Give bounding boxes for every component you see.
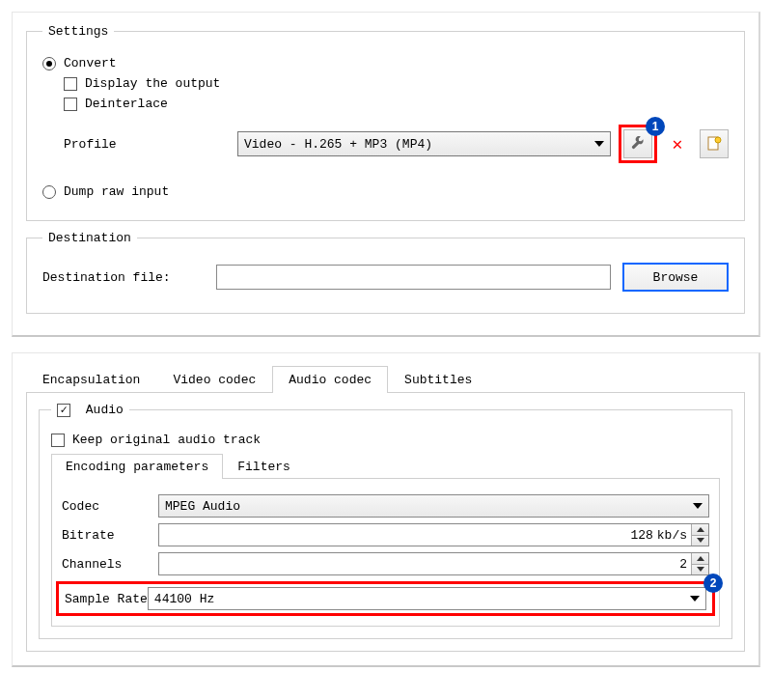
tab-subtitles[interactable]: Subtitles: [388, 366, 488, 393]
annotation-badge-2: 2: [703, 574, 723, 593]
subtab-encoding-params[interactable]: Encoding parameters: [51, 454, 223, 479]
audio-tabpane: Audio Keep original audio track Encoding…: [26, 393, 745, 652]
wrench-icon: [630, 136, 646, 152]
channels-value: 2: [165, 557, 687, 572]
sample-rate-value: 44100 Hz: [154, 592, 214, 606]
spin-down-button[interactable]: [692, 565, 708, 575]
annotation-highlight-1: 1: [619, 125, 657, 163]
sample-rate-label: Sample Rate: [65, 592, 148, 606]
checkbox-audio[interactable]: [57, 404, 70, 417]
deinterlace-label: Deinterlace: [85, 97, 168, 111]
bitrate-spinner[interactable]: 128 kb/s: [158, 523, 709, 546]
tab-audio-codec[interactable]: Audio codec: [272, 366, 388, 393]
destination-file-label: Destination file:: [42, 270, 216, 285]
settings-legend: Settings: [42, 24, 114, 39]
subtab-filters[interactable]: Filters: [223, 454, 305, 479]
bitrate-label: Bitrate: [62, 528, 158, 543]
profile-label: Profile: [64, 137, 237, 152]
keep-original-row[interactable]: Keep original audio track: [51, 433, 720, 447]
convert-label: Convert: [64, 56, 117, 70]
annotation-badge-1: 1: [646, 117, 665, 136]
spin-up-button[interactable]: [692, 524, 708, 536]
convert-panel: Settings Convert Display the output Dein…: [12, 12, 760, 337]
display-output-row[interactable]: Display the output: [64, 76, 729, 91]
channels-label: Channels: [62, 557, 158, 572]
checkbox-deinterlace[interactable]: [64, 98, 77, 111]
profile-editor-panel: Encapsulation Video codec Audio codec Su…: [12, 352, 760, 667]
tab-video-codec[interactable]: Video codec: [156, 366, 272, 393]
dump-raw-label: Dump raw input: [64, 184, 169, 199]
channels-spinner[interactable]: 2: [158, 552, 709, 575]
encoding-params-pane: Codec MPEG Audio Bitrate 128 kb/s: [51, 479, 720, 627]
radio-convert[interactable]: [42, 57, 56, 70]
channels-spin-buttons[interactable]: [691, 553, 708, 574]
new-profile-button[interactable]: [700, 129, 729, 158]
tab-encapsulation[interactable]: Encapsulation: [26, 366, 156, 393]
chevron-down-icon: [693, 503, 703, 509]
browse-button[interactable]: Browse: [622, 263, 729, 292]
spin-up-button[interactable]: [692, 553, 708, 565]
dump-raw-row[interactable]: Dump raw input: [42, 184, 729, 199]
settings-group: Settings Convert Display the output Dein…: [26, 24, 745, 221]
chevron-down-icon: [697, 538, 704, 543]
bitrate-value: 128: [165, 528, 653, 543]
audio-legend-row[interactable]: Audio: [51, 403, 129, 417]
spin-down-button[interactable]: [692, 536, 708, 546]
display-output-label: Display the output: [85, 76, 220, 91]
new-file-icon: [706, 136, 722, 152]
profile-value: Video - H.265 + MP3 (MP4): [244, 137, 432, 152]
bitrate-spin-buttons[interactable]: [691, 524, 708, 546]
channels-row: Channels 2: [62, 552, 709, 575]
sample-rate-select[interactable]: 44100 Hz: [148, 587, 706, 610]
codec-value: MPEG Audio: [165, 499, 240, 514]
audio-legend: Audio: [86, 403, 124, 417]
radio-dump-raw[interactable]: [42, 185, 56, 199]
destination-legend: Destination: [42, 231, 137, 245]
audio-subtabs: Encoding parameters Filters: [51, 453, 720, 479]
checkbox-keep-original[interactable]: [51, 434, 65, 447]
codec-label: Codec: [62, 499, 158, 514]
bitrate-unit: kb/s: [657, 528, 687, 543]
codec-row: Codec MPEG Audio: [62, 494, 709, 518]
chevron-down-icon: [594, 141, 604, 147]
chevron-up-icon: [697, 527, 704, 532]
delete-profile-button[interactable]: ✕: [663, 129, 692, 158]
chevron-down-icon: [697, 567, 704, 572]
convert-radio-row[interactable]: Convert: [42, 56, 729, 70]
destination-file-row: Destination file: Browse: [42, 263, 729, 292]
checkbox-display-output[interactable]: [64, 77, 77, 91]
chevron-up-icon: [697, 556, 704, 561]
keep-original-label: Keep original audio track: [72, 433, 261, 447]
close-icon: ✕: [673, 133, 683, 154]
profile-tabs: Encapsulation Video codec Audio codec Su…: [26, 365, 745, 393]
audio-group: Audio Keep original audio track Encoding…: [39, 403, 732, 639]
profile-combobox[interactable]: Video - H.265 + MP3 (MP4): [237, 131, 611, 156]
deinterlace-row[interactable]: Deinterlace: [64, 97, 729, 111]
profile-row: Profile Video - H.265 + MP3 (MP4) 1 ✕: [42, 125, 729, 163]
destination-group: Destination Destination file: Browse: [26, 231, 745, 314]
bitrate-row: Bitrate 128 kb/s: [62, 523, 709, 546]
destination-file-input[interactable]: [216, 265, 611, 290]
annotation-highlight-2: Sample Rate 44100 Hz 2: [56, 581, 715, 616]
svg-point-1: [715, 137, 721, 143]
codec-select[interactable]: MPEG Audio: [158, 494, 709, 518]
chevron-down-icon: [690, 596, 700, 602]
